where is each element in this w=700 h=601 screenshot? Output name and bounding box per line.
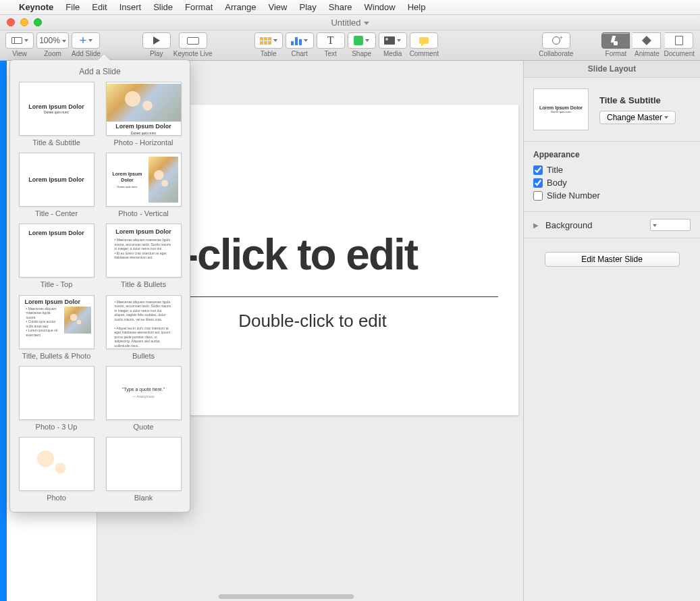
collaborate-button[interactable]	[542, 32, 570, 49]
play-button[interactable]	[142, 32, 171, 49]
menu-format[interactable]: Format	[185, 2, 213, 12]
window-close-button[interactable]	[7, 18, 15, 26]
title-checkbox-row[interactable]: Title	[533, 165, 691, 175]
title-checkbox-label: Title	[547, 165, 563, 175]
layout-title-center[interactable]: Lorem Ipsum Dolor Title - Center	[17, 153, 96, 218]
layout-quote[interactable]: "Type a quote here."— Anonymous Quote	[104, 366, 183, 432]
add-slide-popover: Add a Slide Lorem Ipsum DolorDonec quis …	[9, 59, 190, 513]
view-label: View	[12, 50, 27, 57]
background-color-swatch[interactable]	[650, 219, 691, 231]
body-checkbox-row[interactable]: Body	[533, 178, 691, 188]
play-label: Play	[150, 50, 163, 57]
format-icon	[611, 36, 620, 45]
layout-title-top[interactable]: Lorem Ipsum Dolor Title - Top	[17, 224, 96, 289]
keynote-live-label: Keynote Live	[173, 50, 213, 57]
menu-edit[interactable]: Edit	[92, 2, 107, 12]
zoom-button[interactable]: 100%	[36, 32, 69, 49]
title-bar: Untitled	[0, 15, 700, 30]
menu-help[interactable]: Help	[408, 2, 426, 12]
body-checkbox-label: Body	[547, 178, 567, 188]
media-icon	[384, 36, 395, 45]
view-button[interactable]	[5, 32, 34, 49]
format-tab[interactable]	[601, 32, 630, 49]
body-checkbox[interactable]	[533, 178, 543, 188]
menu-view[interactable]: View	[269, 2, 288, 12]
menu-bar: Keynote File Edit Insert Slide Format Ar…	[0, 0, 700, 15]
master-thumbnail: Lorem Ipsum DolorDonec quis nunc	[533, 88, 589, 130]
comment-label: Comment	[410, 50, 439, 57]
title-checkbox[interactable]	[533, 165, 543, 175]
change-master-button[interactable]: Change Master	[599, 111, 676, 124]
comment-button[interactable]	[410, 32, 438, 49]
layout-title-bullets[interactable]: Lorem Ipsum Dolor• Maecenas aliquam maec…	[104, 224, 183, 289]
animate-icon	[642, 36, 651, 45]
document-title[interactable]: Untitled	[331, 18, 369, 28]
appearance-title: Appearance	[533, 150, 691, 159]
document-tab[interactable]	[665, 32, 693, 49]
menu-window[interactable]: Window	[364, 2, 395, 12]
menu-share[interactable]: Share	[329, 2, 352, 12]
keynote-live-button[interactable]	[179, 32, 207, 49]
app-menu[interactable]: Keynote	[19, 2, 53, 12]
layout-bullets[interactable]: • Maecenas aliquam maecenas ligula nostr…	[104, 295, 183, 361]
document-icon	[675, 36, 683, 45]
table-button[interactable]	[254, 32, 283, 49]
edit-master-slide-button[interactable]: Edit Master Slide	[545, 252, 680, 267]
chart-icon	[291, 36, 302, 45]
shape-button[interactable]	[348, 32, 376, 49]
master-name: Title & Subtitle	[599, 95, 676, 105]
layout-title-bullets-photo[interactable]: Lorem Ipsum Dolor• Maecenas aliquam maec…	[17, 295, 96, 361]
layout-photo-3up[interactable]: Photo - 3 Up	[17, 366, 96, 432]
add-slide-button[interactable]: +	[72, 32, 100, 49]
zoom-label: Zoom	[44, 50, 61, 57]
keynote-live-icon	[187, 37, 199, 45]
menu-slide[interactable]: Slide	[153, 2, 173, 12]
text-label: Text	[324, 50, 336, 57]
window-minimize-button[interactable]	[20, 18, 28, 26]
background-label: Background	[545, 220, 592, 230]
format-label: Format	[605, 50, 627, 57]
chart-button[interactable]	[286, 32, 314, 49]
animate-label: Animate	[635, 50, 659, 57]
inspector-header: Slide Layout	[524, 61, 700, 78]
play-icon	[153, 36, 160, 45]
collaborate-label: Collaborate	[539, 50, 573, 57]
layout-photo-vertical[interactable]: Lorem Ipsum DolorDonec quis nunc Photo -…	[104, 153, 183, 218]
popover-title: Add a Slide	[17, 67, 183, 76]
chart-label: Chart	[291, 50, 307, 57]
text-icon: T	[327, 34, 334, 47]
text-button[interactable]: T	[317, 32, 345, 49]
background-disclosure-icon[interactable]: ▶	[533, 221, 539, 229]
table-icon	[260, 37, 271, 45]
comment-icon	[419, 37, 429, 44]
shape-icon	[354, 36, 363, 45]
add-slide-label: Add Slide	[72, 50, 101, 57]
format-inspector: Slide Layout Lorem Ipsum DolorDonec quis…	[523, 61, 700, 601]
menu-play[interactable]: Play	[299, 2, 316, 12]
media-label: Media	[383, 50, 402, 57]
sidebar-selection-indicator	[0, 61, 7, 601]
collaborate-icon	[552, 36, 560, 45]
media-button[interactable]	[379, 32, 407, 49]
animate-tab[interactable]	[632, 32, 661, 49]
layout-photo-horizontal[interactable]: Lorem Ipsum DolorDonec quis nunc Photo -…	[104, 82, 183, 147]
layout-photo[interactable]: Photo	[17, 437, 96, 502]
layout-title-subtitle[interactable]: Lorem Ipsum DolorDonec quis nunc Title &…	[17, 82, 96, 147]
table-label: Table	[261, 50, 277, 57]
slidenum-checkbox-label: Slide Number	[547, 190, 600, 201]
slidenum-checkbox-row[interactable]: Slide Number	[533, 190, 691, 201]
zoom-value: 100%	[39, 36, 66, 45]
document-label: Document	[664, 50, 695, 57]
menu-insert[interactable]: Insert	[119, 2, 142, 12]
menu-arrange[interactable]: Arrange	[225, 2, 256, 12]
menu-file[interactable]: File	[65, 2, 80, 12]
shape-label: Shape	[352, 50, 371, 57]
horizontal-scrollbar[interactable]	[219, 594, 354, 599]
slidenum-checkbox[interactable]	[533, 191, 543, 201]
window-zoom-button[interactable]	[34, 18, 42, 26]
view-icon	[11, 37, 22, 44]
layout-blank[interactable]: Blank	[104, 437, 183, 502]
